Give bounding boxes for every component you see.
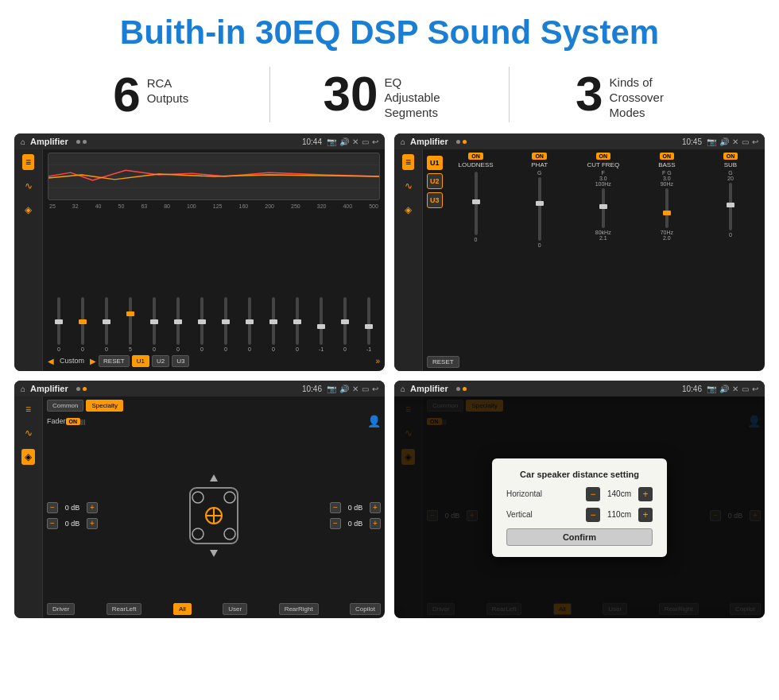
vol-4-plus[interactable]: + xyxy=(370,518,381,529)
eq-sidebar-eq[interactable]: ≡ xyxy=(22,154,34,170)
vertical-plus-btn[interactable]: + xyxy=(638,508,653,522)
dialog-back-icon[interactable]: ↩ xyxy=(752,385,758,393)
horizontal-label: Horizontal xyxy=(506,489,586,498)
crossover-screen-card: ⌂ Amplifier 10:45 📷 🔊 ✕ ▭ ↩ ≡ ∿ ◈ xyxy=(394,133,765,371)
dialog-screen-card: ⌂ Amplifier 10:46 📷 🔊 ✕ ▭ ↩ ≡ ∿ ◈ xyxy=(394,381,765,618)
svg-marker-11 xyxy=(210,474,218,481)
dialog-home-icon[interactable]: ⌂ xyxy=(401,385,405,393)
eq-topbar: ⌂ Amplifier 10:44 📷 🔊 ✕ ▭ ↩ xyxy=(14,133,385,149)
vertical-label: Vertical xyxy=(506,510,586,519)
fader-sidebar: ≡ ∿ ◈ xyxy=(14,396,43,618)
horizontal-plus-btn[interactable]: + xyxy=(638,487,653,501)
stats-row: 6 RCAOutputs 30 EQ AdjustableSegments 3 … xyxy=(0,59,779,133)
dialog-box-title: Car speaker distance setting xyxy=(506,470,653,479)
vol-3-minus[interactable]: − xyxy=(330,502,341,513)
vol-4-minus[interactable]: − xyxy=(330,518,341,529)
fader-win-icon: ▭ xyxy=(362,385,369,393)
rearright-btn[interactable]: RearRight xyxy=(279,603,319,615)
eq-bottom-bar: ◀ Custom ▶ RESET U1 U2 U3 » xyxy=(48,354,380,368)
bass-name: BASS xyxy=(658,161,675,168)
fader-diagram-row: − 0 dB + − 0 dB + xyxy=(47,431,381,600)
vertical-minus-btn[interactable]: − xyxy=(586,508,600,522)
eq-slider-4: 5 xyxy=(119,297,141,352)
eq-u3-btn[interactable]: U3 xyxy=(172,355,189,367)
eq-next-arrow[interactable]: ▶ xyxy=(90,357,96,365)
all-btn[interactable]: All xyxy=(173,603,192,615)
dialog-vol-icon: 🔊 xyxy=(719,385,729,393)
cutfreq-name: CUT FREQ xyxy=(587,161,619,168)
eq-reset-btn[interactable]: RESET xyxy=(99,355,130,367)
fader-sidebar-speaker[interactable]: ◈ xyxy=(21,449,35,465)
eq-slider-14: -1 xyxy=(358,297,380,352)
stat-rca: 6 RCAOutputs xyxy=(48,70,254,119)
vol-2-minus[interactable]: − xyxy=(47,518,58,529)
u3-btn[interactable]: U3 xyxy=(427,192,443,208)
eq-home-icon[interactable]: ⌂ xyxy=(21,137,25,146)
u1-btn[interactable]: U1 xyxy=(427,156,443,170)
crossover-reset-btn[interactable]: RESET xyxy=(427,356,459,368)
confirm-button[interactable]: Confirm xyxy=(506,528,653,546)
vol-1-minus[interactable]: − xyxy=(47,502,58,513)
sub-name: SUB xyxy=(724,161,737,168)
eq-u1-btn[interactable]: U1 xyxy=(132,355,149,367)
crossover-sidebar-wave[interactable]: ∿ xyxy=(401,178,416,194)
vol-2-plus[interactable]: + xyxy=(87,518,98,529)
loudness-slider[interactable] xyxy=(475,172,478,235)
bass-toggle[interactable]: ON xyxy=(660,153,675,160)
eq-sidebar-wave[interactable]: ∿ xyxy=(21,178,36,194)
xdot1 xyxy=(456,140,460,144)
fader-specialty-tab[interactable]: Specialty xyxy=(86,400,122,412)
fader-right-vols: − 0 dB + − 0 dB + xyxy=(330,502,381,529)
fader-common-tab[interactable]: Common xyxy=(47,400,83,412)
vol-2-val: 0 dB xyxy=(60,520,84,528)
sub-toggle[interactable]: ON xyxy=(723,153,738,160)
stat-divider-1 xyxy=(269,67,270,122)
u2-btn[interactable]: U2 xyxy=(427,173,443,189)
vol-3-plus[interactable]: + xyxy=(370,502,381,513)
eq-main-area: 253240506380100125160200250320400500 0 0 xyxy=(43,149,385,371)
ddot1 xyxy=(456,387,460,391)
cutfreq-toggle[interactable]: ON xyxy=(596,153,611,160)
fader-sidebar-wave[interactable]: ∿ xyxy=(21,425,36,441)
crossover-sidebar-speaker[interactable]: ◈ xyxy=(401,202,415,218)
eq-expand-icon[interactable]: » xyxy=(375,357,380,365)
horizontal-minus-btn[interactable]: − xyxy=(586,487,600,501)
vol-1-plus[interactable]: + xyxy=(87,502,98,513)
bass-slider[interactable] xyxy=(665,188,669,228)
eq-freq-labels: 253240506380100125160200250320400500 xyxy=(48,203,380,209)
svg-point-4 xyxy=(192,492,203,503)
eq-slider-9: 0 xyxy=(238,297,261,352)
back-icon[interactable]: ↩ xyxy=(372,137,378,146)
fader-user-icon[interactable]: 👤 xyxy=(367,415,381,427)
rearleft-btn[interactable]: RearLeft xyxy=(107,603,142,615)
driver-btn[interactable]: Driver xyxy=(47,603,75,615)
phat-name: PHAT xyxy=(531,161,548,168)
eq-u2-btn[interactable]: U2 xyxy=(152,355,169,367)
crossover-sidebar-eq[interactable]: ≡ xyxy=(402,154,414,170)
phat-toggle[interactable]: ON xyxy=(532,153,547,160)
eq-sidebar-speaker[interactable]: ◈ xyxy=(21,202,35,218)
cutfreq-slider[interactable] xyxy=(602,188,605,228)
eq-x-icon: ✕ xyxy=(352,137,358,146)
fdot1 xyxy=(76,387,80,391)
vol-1-val: 0 dB xyxy=(60,504,84,512)
fader-home-icon[interactable]: ⌂ xyxy=(21,385,25,393)
crossover-time: 10:45 xyxy=(682,137,702,146)
dot1 xyxy=(76,140,80,144)
vol-row-4: − 0 dB + xyxy=(330,518,381,529)
eq-prev-arrow[interactable]: ◀ xyxy=(48,357,54,365)
copilot-btn[interactable]: Copilot xyxy=(350,603,381,615)
crossover-back-icon[interactable]: ↩ xyxy=(752,137,758,146)
eq-content: ≡ ∿ ◈ 2532405063801001251602002503204005… xyxy=(14,149,385,371)
loudness-toggle[interactable]: ON xyxy=(468,153,483,160)
stat-eq: 30 EQ AdjustableSegments xyxy=(286,69,492,120)
fader-back-icon[interactable]: ↩ xyxy=(372,385,378,393)
sub-slider[interactable] xyxy=(729,183,732,230)
stat-crossover-number: 3 xyxy=(576,69,603,118)
crossover-home-icon[interactable]: ⌂ xyxy=(401,137,405,146)
fader-sidebar-eq[interactable]: ≡ xyxy=(22,401,34,417)
stat-eq-label: EQ AdjustableSegments xyxy=(384,69,455,120)
volume-icon: 🔊 xyxy=(339,137,349,146)
user-btn[interactable]: User xyxy=(223,603,247,615)
phat-slider[interactable] xyxy=(538,177,541,241)
